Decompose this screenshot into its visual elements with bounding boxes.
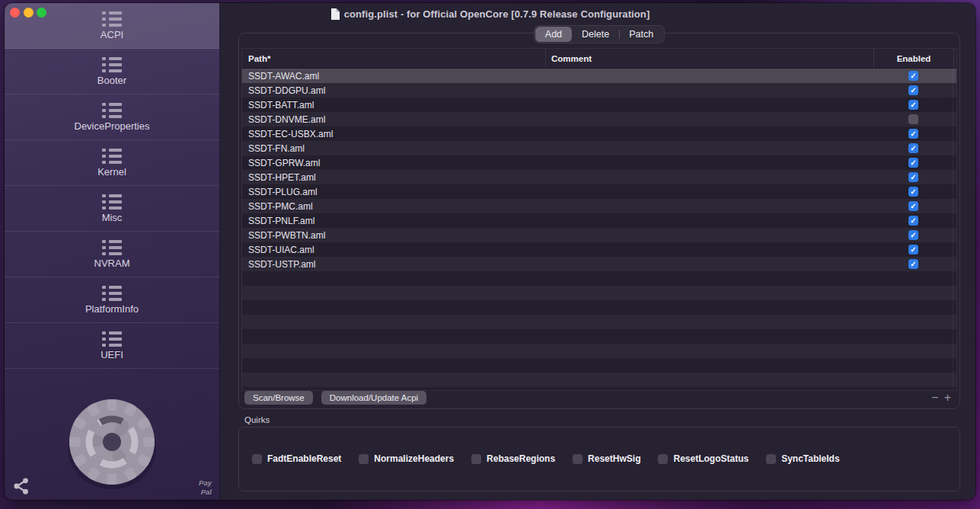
enabled-checkbox[interactable] [908, 143, 918, 153]
scan-browse-button[interactable]: Scan/Browse [244, 391, 313, 405]
sidebar-item-label: Kernel [97, 166, 126, 178]
tab-label: Patch [629, 29, 653, 40]
close-button[interactable] [10, 8, 20, 18]
minimize-button[interactable] [24, 8, 34, 18]
table-row[interactable]: SSDT-BATT.aml [242, 98, 956, 112]
table-row[interactable]: SSDT-HPET.aml [242, 170, 956, 184]
column-header-spacer [953, 49, 956, 68]
list-icon [102, 240, 122, 255]
enabled-checkbox[interactable] [908, 216, 918, 226]
quirk-checkbox[interactable] [471, 454, 481, 464]
tabs-wrapper: Add Delete Patch [238, 25, 960, 43]
zoom-button[interactable] [37, 8, 46, 18]
column-header-comment[interactable]: Comment [545, 49, 873, 68]
cell-path: SSDT-GPRW.aml [242, 158, 545, 168]
quirk-checkbox[interactable] [252, 454, 262, 464]
quirk-checkbox[interactable] [573, 454, 583, 464]
enabled-checkbox[interactable] [908, 114, 918, 124]
enabled-checkbox[interactable] [908, 230, 918, 240]
cell-enabled [873, 259, 953, 269]
enabled-checkbox[interactable] [908, 129, 918, 139]
table-row[interactable]: SSDT-PWBTN.aml [242, 228, 956, 242]
cell-path: SSDT-UIAC.aml [242, 245, 545, 255]
table-row[interactable]: SSDT-GPRW.aml [242, 155, 956, 170]
ocat-gear-logo [63, 393, 161, 491]
cell-enabled [873, 245, 953, 254]
enabled-checkbox[interactable] [908, 158, 918, 168]
table-row[interactable]: SSDT-DDGPU.aml [242, 83, 956, 98]
app-window: config.plist - for Official OpenCore [0.… [5, 3, 975, 500]
quirk-label: FadtEnableReset [267, 453, 341, 464]
table-row[interactable]: SSDT-PLUG.aml [242, 184, 956, 199]
row-sizer: − + [931, 392, 951, 404]
acpi-table: Path* Comment Enabled SSDT-AWAC.aml [241, 48, 957, 391]
cell-enabled [873, 85, 953, 95]
quirk-checkbox[interactable] [658, 454, 668, 464]
cell-enabled [873, 129, 953, 139]
column-header-path[interactable]: Path* [242, 54, 545, 63]
list-icon [102, 331, 122, 347]
enabled-checkbox[interactable] [908, 172, 918, 182]
tab[interactable]: Delete [572, 27, 619, 42]
table-row[interactable]: SSDT-DNVME.aml [242, 112, 956, 126]
cell-enabled [873, 158, 953, 168]
quirk-checkbox[interactable] [359, 454, 369, 464]
cell-enabled [873, 216, 953, 226]
remove-row-button[interactable]: − [931, 392, 938, 404]
sidebar-item[interactable]: Kernel [5, 140, 219, 186]
sidebar-item-label: NVRAM [94, 258, 130, 269]
sidebar-item-label: Booter [97, 75, 126, 86]
enabled-checkbox[interactable] [908, 259, 918, 269]
table-row[interactable]: SSDT-AWAC.aml [242, 69, 956, 83]
table-row[interactable]: SSDT-EC-USBX.aml [242, 126, 956, 141]
sidebar-item[interactable]: DeviceProperties [5, 94, 219, 140]
cell-path: SSDT-PMC.aml [242, 201, 545, 212]
quirks-row: FadtEnableReset NormalizeHeaders RebaseR… [252, 453, 959, 464]
paypal-link[interactable]: Pay Pal [199, 479, 212, 496]
main-content: Add Delete Patch [220, 3, 975, 500]
table-actions: Scan/Browse Download/Update Acpi − + [241, 389, 957, 406]
quirk-checkbox[interactable] [766, 454, 776, 464]
sidebar-item[interactable]: PlatformInfo [5, 277, 219, 323]
enabled-checkbox[interactable] [908, 245, 918, 254]
sidebar-item-label: UEFI [101, 349, 123, 360]
add-delete-patch-tabs: Add Delete Patch [534, 25, 665, 43]
add-row-button[interactable]: + [944, 392, 951, 404]
cell-enabled [873, 201, 953, 211]
sidebar-item-label: PlatformInfo [85, 303, 139, 315]
sidebar-nav: ACPI Boote [5, 3, 219, 369]
cell-path: SSDT-HPET.aml [242, 172, 545, 183]
enabled-checkbox[interactable] [908, 85, 918, 95]
table-row[interactable]: SSDT-UIAC.aml [242, 242, 956, 257]
enabled-checkbox[interactable] [908, 201, 918, 211]
tab[interactable]: Add [535, 27, 572, 42]
cell-enabled [873, 100, 953, 110]
quirk-item: RebaseRegions [471, 453, 555, 464]
column-header-enabled[interactable]: Enabled [873, 49, 953, 68]
table-row[interactable]: SSDT-PMC.aml [242, 199, 956, 213]
paypal-line2: Pal [199, 488, 212, 497]
quirk-item: ResetLogoStatus [658, 453, 749, 464]
enabled-checkbox[interactable] [908, 187, 918, 197]
list-icon [102, 286, 122, 301]
cell-enabled [873, 187, 953, 197]
cell-path: SSDT-PWBTN.aml [242, 230, 545, 241]
tab[interactable]: Patch [619, 27, 663, 42]
enabled-checkbox[interactable] [908, 100, 918, 110]
table-row[interactable]: SSDT-FN.aml [242, 141, 956, 155]
table-row[interactable]: SSDT-USTP.aml [242, 257, 956, 271]
share-icon[interactable] [12, 477, 30, 495]
sidebar-item[interactable]: Booter [5, 49, 219, 94]
download-update-acpi-button[interactable]: Download/Update Acpi [321, 391, 426, 405]
enabled-checkbox[interactable] [908, 71, 918, 81]
sidebar-item[interactable]: Misc [5, 186, 219, 232]
quirk-label: NormalizeHeaders [374, 453, 454, 464]
cell-path: SSDT-USTP.aml [242, 259, 545, 270]
quirk-item: NormalizeHeaders [359, 453, 454, 464]
cell-enabled [873, 230, 953, 240]
table-row[interactable]: SSDT-PNLF.aml [242, 213, 956, 228]
quirk-item: ResetHwSig [573, 453, 640, 464]
sidebar-item[interactable]: UEFI [5, 323, 219, 369]
cell-path: SSDT-EC-USBX.aml [242, 129, 545, 139]
sidebar-item[interactable]: NVRAM [5, 232, 219, 277]
